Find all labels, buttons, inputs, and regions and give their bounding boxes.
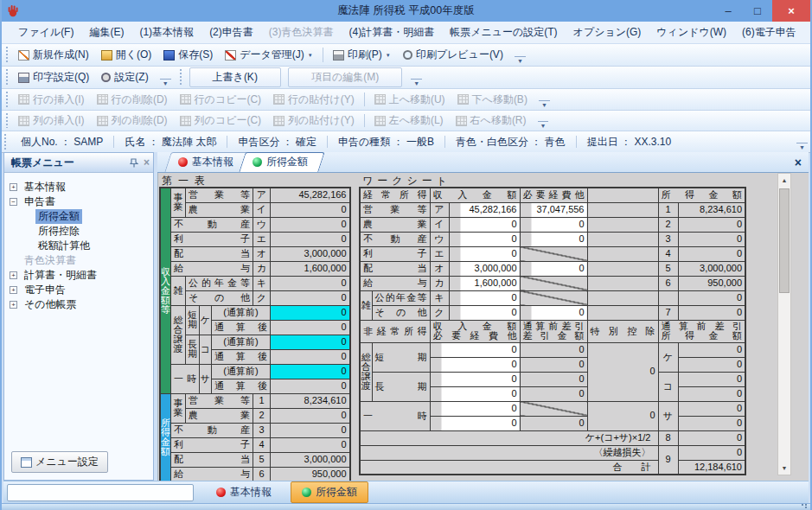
editable-cell[interactable]: 0 [430, 416, 520, 430]
editable-cell[interactable]: 0 [449, 217, 520, 232]
toolbar-overflow-button[interactable]: ▼ [796, 143, 808, 151]
toolbar-button[interactable]: 印字設定(Q) [12, 68, 95, 86]
tree-expander-icon[interactable]: − [10, 198, 17, 206]
resize-grip[interactable] [801, 504, 808, 508]
toolbar-grip[interactable] [5, 47, 10, 63]
editable-cell[interactable]: 0 [449, 290, 520, 305]
toolbar-grip[interactable] [5, 113, 10, 128]
editable-cell[interactable]: 1,600,000 [449, 276, 520, 290]
tree-expander-icon[interactable]: + [10, 271, 17, 279]
tree-item[interactable]: 青色決算書 [10, 253, 153, 268]
tree-item[interactable]: 税額計算他 [23, 239, 153, 253]
editable-cell[interactable]: 0 [430, 357, 520, 372]
bottom-tab[interactable]: 所得金額 [291, 481, 368, 503]
toolbar-grip[interactable] [5, 92, 10, 107]
group-label-cell: 収入金額等 [160, 188, 171, 393]
value-cell: 0 [271, 379, 350, 393]
pin-icon[interactable] [130, 158, 138, 168]
editable-cell[interactable]: 37,047,556 [520, 202, 587, 217]
close-button[interactable]: × [772, 0, 810, 22]
info-field-label: 申告区分 [238, 136, 279, 148]
minimize-button[interactable]: – [713, 0, 743, 22]
group-label-cell: 短期 [186, 305, 200, 335]
editable-cell[interactable]: 0 [430, 372, 520, 386]
toolbar-button[interactable]: 印刷プレビュー(V) [397, 46, 509, 64]
sidebar-close-icon[interactable]: × [144, 156, 150, 169]
tree-item[interactable]: 所得控除 [23, 224, 153, 239]
scroll-up-button[interactable]: ▲ [778, 174, 790, 187]
menu-item[interactable]: 帳票メニューの設定(T) [442, 22, 565, 43]
menu-item[interactable]: ウィンドウ(W) [649, 22, 734, 43]
editable-cell[interactable]: 0 [520, 217, 587, 232]
editable-cell[interactable]: 0 [520, 261, 587, 276]
toolbar-button[interactable]: 設定(Z) [95, 68, 154, 86]
menu-settings-button[interactable]: メニュー設定 [11, 451, 108, 473]
scroll-track[interactable] [778, 187, 790, 462]
toolbar-overflow-button[interactable]: ▼ [515, 56, 526, 65]
editable-cell[interactable]: 0 [271, 305, 350, 320]
editable-cell[interactable]: 3,000,000 [449, 261, 520, 276]
scroll-thumb[interactable] [779, 188, 790, 293]
dropdown-arrow-icon[interactable]: ▼ [386, 53, 391, 58]
grid-icon [180, 94, 191, 105]
scroll-down-button[interactable]: ▼ [778, 462, 790, 475]
editable-cell[interactable]: 0 [449, 232, 520, 246]
tree-item[interactable]: +基本情報 [10, 180, 153, 194]
maximize-button[interactable]: □ [743, 0, 772, 22]
menu-item[interactable]: (6)電子申告 [734, 22, 804, 43]
menu-item[interactable]: 編集(E) [81, 22, 131, 43]
toolbar-button[interactable]: 保存(S) [157, 46, 219, 64]
value-cell: 0 [678, 401, 745, 416]
toolbar-overflow-button[interactable]: ▼ [411, 79, 422, 87]
toolbar-grip[interactable] [179, 69, 183, 86]
tree-item[interactable]: +その他帳票 [10, 297, 153, 312]
editable-cell[interactable]: 0 [271, 364, 350, 379]
dropdown-arrow-icon[interactable]: ▼ [308, 53, 313, 58]
bottom-tab[interactable]: 基本情報 [206, 482, 282, 502]
grid-icon [97, 116, 108, 126]
editable-cell[interactable]: 45,282,166 [449, 202, 520, 217]
tree-expander-icon[interactable]: + [10, 301, 17, 309]
info-field-value: SAMP [74, 136, 103, 148]
editable-cell[interactable]: 0 [449, 305, 520, 320]
editable-cell[interactable]: 0 [430, 386, 520, 401]
menu-item[interactable]: ファイル(F) [10, 22, 81, 43]
toolbar-button[interactable]: 印刷(P)▼ [327, 46, 397, 64]
tree-item[interactable]: 所得金額 [23, 209, 153, 224]
value-cell: 0 [271, 202, 350, 217]
tabstrip-close-icon[interactable]: × [795, 156, 802, 169]
tree-expander-icon[interactable]: + [10, 183, 17, 191]
tree-item[interactable]: +電子申告 [10, 283, 153, 297]
code-cell: カ [253, 261, 271, 276]
value-cell: 0 [678, 246, 745, 261]
toolbar-overflow-button[interactable]: ▼ [160, 79, 171, 87]
tree-item[interactable]: −申告書 [10, 194, 153, 209]
header-cell: 所得金額 [658, 188, 745, 202]
menu-item[interactable]: (7)その他帳票 [804, 22, 812, 43]
editable-cell[interactable]: 0 [520, 305, 587, 320]
menu-item[interactable]: オプション(G) [566, 22, 649, 43]
tree-item[interactable]: +計算書・明細書 [10, 268, 153, 283]
toolbar-button[interactable]: 上書き(K) [189, 67, 281, 87]
toolbar-button: 列の削除(D) [91, 112, 174, 130]
toolbar-button[interactable]: 新規作成(N) [12, 46, 95, 64]
editable-cell[interactable]: 0 [430, 342, 520, 357]
menu-item[interactable]: (2)申告書 [201, 22, 261, 43]
toolbar-grip[interactable] [5, 69, 10, 86]
toolbar-button[interactable]: 開く(O) [95, 46, 158, 64]
toolbar-grip[interactable] [3, 134, 8, 150]
toolbar-overflow-button[interactable]: ▼ [539, 100, 550, 109]
vertical-scrollbar[interactable]: ▲ ▼ [777, 173, 791, 475]
sidebar: 帳票メニュー × +基本情報−申告書所得金額所得控除税額計算他青色決算書+計算書… [3, 152, 154, 481]
menu-item[interactable]: (4)計算書・明細書 [341, 22, 442, 43]
tree-expander-icon[interactable]: + [10, 286, 17, 294]
menu-item[interactable]: (1)基本情報 [131, 22, 201, 43]
editable-cell[interactable]: 0 [449, 246, 520, 261]
toolbar-button[interactable]: データ管理(J)▼ [219, 46, 319, 64]
editable-cell[interactable]: 0 [271, 335, 350, 349]
editable-cell[interactable]: 0 [430, 401, 520, 416]
editable-cell[interactable]: 0 [520, 232, 587, 246]
doc-tab[interactable]: 所得金額 [242, 152, 322, 172]
doc-tab[interactable]: 基本情報 [168, 152, 247, 172]
toolbar-overflow-button[interactable]: ▼ [538, 121, 549, 130]
